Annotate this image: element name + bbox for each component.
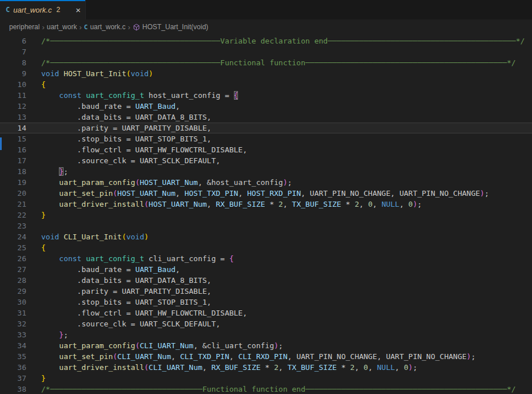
line-number[interactable]: 31: [0, 308, 26, 318]
chevron-right-icon: ›: [39, 23, 46, 31]
code-line[interactable]: 15 .stop_bits = UART_STOP_BITS_1,: [0, 133, 532, 144]
code-text: };: [41, 166, 68, 177]
line-number[interactable]: 37: [0, 373, 26, 384]
breadcrumb-item-peripheral[interactable]: peripheral: [9, 23, 39, 31]
code-line[interactable]: 37}: [0, 373, 532, 384]
breadcrumb: peripheral › uart_work › C uart_work.c ›…: [0, 20, 532, 34]
code-text: uart_driver_install(CLI_UART_Num, RX_BUF…: [41, 362, 418, 373]
line-number[interactable]: 16: [0, 144, 26, 155]
code-text: {: [41, 79, 46, 90]
code-line[interactable]: 14 .parity = UART_PARITY_DISABLE,: [0, 123, 532, 133]
editor[interactable]: 6/*─────────────────────────────────────…: [0, 34, 532, 394]
code-lines: 6/*─────────────────────────────────────…: [0, 36, 532, 394]
line-number[interactable]: 21: [0, 199, 26, 210]
line-number[interactable]: 26: [0, 253, 26, 264]
code-line[interactable]: 29 .parity = UART_PARITY_DISABLE,: [0, 286, 532, 297]
breadcrumb-item-file[interactable]: C uart_work.c: [84, 23, 126, 31]
breadcrumb-item-uart-work[interactable]: uart_work: [47, 23, 77, 31]
line-number[interactable]: 25: [0, 242, 26, 253]
code-text: .source_clk = UART_SCLK_DEFAULT,: [41, 318, 220, 329]
code-line[interactable]: 36 uart_driver_install(CLI_UART_Num, RX_…: [0, 362, 532, 373]
chevron-right-icon: ›: [77, 23, 84, 31]
line-number[interactable]: 6: [0, 36, 26, 46]
line-number[interactable]: 10: [0, 79, 26, 90]
code-text: .baud_rate = UART_Baud,: [41, 264, 180, 275]
tab-uart-work[interactable]: C uart_work.c 2 ×: [0, 0, 86, 19]
line-number[interactable]: 27: [0, 264, 26, 275]
code-text: .baud_rate = UART_Baud,: [41, 101, 180, 112]
code-line[interactable]: 8/*─────────────────────────────────────…: [0, 57, 532, 68]
code-line[interactable]: 19 uart_param_config(HOST_UART_Num, &hos…: [0, 177, 532, 188]
code-line[interactable]: 24void CLI_Uart_Init(void): [0, 231, 532, 242]
line-number[interactable]: 13: [0, 112, 26, 123]
code-text: .flow_ctrl = UART_HW_FLOWCTRL_DISABLE,: [41, 144, 247, 155]
line-number[interactable]: 14: [0, 123, 26, 133]
code-text: uart_param_config(HOST_UART_Num, &host_u…: [41, 177, 292, 188]
code-text: .stop_bits = UART_STOP_BITS_1,: [41, 133, 211, 144]
code-line[interactable]: 28 .data_bits = UART_DATA_8_BITS,: [0, 275, 532, 286]
code-text: }: [41, 373, 46, 384]
code-line[interactable]: 18 };: [0, 166, 532, 177]
code-line[interactable]: 6/*─────────────────────────────────────…: [0, 36, 532, 46]
line-number[interactable]: 19: [0, 177, 26, 188]
code-text: .parity = UART_PARITY_DISABLE,: [41, 286, 211, 297]
code-line[interactable]: 12 .baud_rate = UART_Baud,: [0, 101, 532, 112]
line-number[interactable]: 32: [0, 318, 26, 329]
code-text: {: [41, 242, 46, 253]
breadcrumb-item-symbol[interactable]: HOST_Uart_Init(void): [133, 23, 208, 31]
tab-bar: C uart_work.c 2 ×: [0, 0, 532, 20]
code-line[interactable]: 38/*──────────────────────────────────Fu…: [0, 384, 532, 394]
code-text: };: [41, 329, 68, 340]
code-line[interactable]: 13 .data_bits = UART_DATA_8_BITS,: [0, 112, 532, 123]
code-line[interactable]: 30 .stop_bits = UART_STOP_BITS_1,: [0, 297, 532, 308]
line-number[interactable]: 33: [0, 329, 26, 340]
code-line[interactable]: 7: [0, 46, 532, 57]
line-number[interactable]: 34: [0, 340, 26, 351]
code-line[interactable]: 17 .source_clk = UART_SCLK_DEFAULT,: [0, 155, 532, 166]
code-text: void HOST_Uart_Init(void): [41, 68, 153, 79]
line-number[interactable]: 38: [0, 384, 26, 394]
line-number[interactable]: 36: [0, 362, 26, 373]
method-symbol-icon: [133, 23, 140, 31]
line-number[interactable]: 20: [0, 188, 26, 199]
code-line[interactable]: 33 };: [0, 329, 532, 340]
code-line[interactable]: 35 uart_set_pin(CLI_UART_Num, CLI_TXD_PI…: [0, 351, 532, 362]
close-icon[interactable]: ×: [76, 6, 81, 14]
code-line[interactable]: 16 .flow_ctrl = UART_HW_FLOWCTRL_DISABLE…: [0, 144, 532, 155]
line-number[interactable]: 17: [0, 155, 26, 166]
code-text: void CLI_Uart_Init(void): [41, 231, 149, 242]
code-line[interactable]: 21 uart_driver_install(HOST_UART_Num, RX…: [0, 199, 532, 210]
line-number[interactable]: 18: [0, 166, 26, 177]
line-number[interactable]: 7: [0, 46, 26, 57]
code-line[interactable]: 25{: [0, 242, 532, 253]
code-text: uart_set_pin(HOST_UART_Num, HOST_TXD_PIN…: [41, 188, 489, 199]
code-line[interactable]: 9void HOST_Uart_Init(void): [0, 68, 532, 79]
breadcrumb-label: HOST_Uart_Init(void): [142, 23, 208, 31]
line-number[interactable]: 12: [0, 101, 26, 112]
line-number[interactable]: 29: [0, 286, 26, 297]
code-line[interactable]: 32 .source_clk = UART_SCLK_DEFAULT,: [0, 318, 532, 329]
code-line[interactable]: 23: [0, 220, 532, 231]
line-number[interactable]: 24: [0, 231, 26, 242]
line-number[interactable]: 15: [0, 133, 26, 144]
code-text: .stop_bits = UART_STOP_BITS_1,: [41, 297, 211, 308]
code-text: uart_driver_install(HOST_UART_Num, RX_BU…: [41, 199, 422, 210]
line-number[interactable]: 35: [0, 351, 26, 362]
line-number[interactable]: 30: [0, 297, 26, 308]
code-line[interactable]: 34 uart_param_config(CLI_UART_Num, &cli_…: [0, 340, 532, 351]
code-line[interactable]: 11 const uart_config_t host_uart_config …: [0, 90, 532, 101]
code-line[interactable]: 20 uart_set_pin(HOST_UART_Num, HOST_TXD_…: [0, 188, 532, 199]
line-number[interactable]: 9: [0, 68, 26, 79]
line-number[interactable]: 22: [0, 210, 26, 220]
code-text: uart_param_config(CLI_UART_Num, &cli_uar…: [41, 340, 283, 351]
line-number[interactable]: 23: [0, 220, 26, 231]
code-line[interactable]: 31 .flow_ctrl = UART_HW_FLOWCTRL_DISABLE…: [0, 308, 532, 318]
line-number[interactable]: 11: [0, 90, 26, 101]
line-number[interactable]: 28: [0, 275, 26, 286]
code-line[interactable]: 22}: [0, 210, 532, 220]
code-text: /*──────────────────────────────────────…: [41, 36, 525, 46]
code-line[interactable]: 10{: [0, 79, 532, 90]
code-line[interactable]: 27 .baud_rate = UART_Baud,: [0, 264, 532, 275]
line-number[interactable]: 8: [0, 57, 26, 68]
code-line[interactable]: 26 const uart_config_t cli_uart_config =…: [0, 253, 532, 264]
